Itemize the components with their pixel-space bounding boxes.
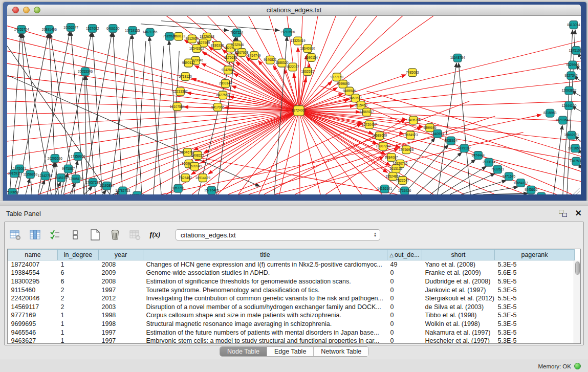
column-header-short[interactable]: short [422, 250, 495, 260]
network-view-window: citations_edges.txt 96601238912954182260… [3, 2, 586, 201]
graph-node-9175685[interactable]: 9175685 [224, 54, 237, 62]
graph-node-9245652[interactable]: 9245652 [525, 186, 538, 194]
table-selector-combobox[interactable]: citations_edges.txt ▲▼ [176, 229, 380, 240]
window-titlebar[interactable]: citations_edges.txt [7, 5, 581, 16]
graph-node-20053346[interactable]: 20053346 [78, 68, 93, 76]
citation-edge-red [298, 48, 299, 111]
graph-node-7632621[interactable]: 7632621 [491, 165, 505, 173]
graph-node-1187533[interactable]: 1187533 [570, 157, 581, 165]
table-settings-icon[interactable] [9, 228, 22, 242]
graph-node-12213392[interactable]: 12213392 [173, 87, 188, 96]
tab-node-table[interactable]: Node Table [220, 347, 267, 356]
graph-node-7485083[interactable]: 7485083 [406, 69, 419, 77]
graph-node-12093832[interactable]: 12093832 [561, 86, 576, 95]
graph-node-1733426[interactable]: 1733426 [398, 187, 411, 194]
table-row[interactable]: 1456911722003Disruption of a novel membe… [8, 302, 575, 311]
graph-node-11156863[interactable]: 11156863 [23, 170, 37, 179]
graph-node-9975887[interactable]: 9975887 [62, 165, 75, 173]
graph-node-12444150[interactable]: 12444150 [561, 102, 576, 110]
delete-table-icon[interactable] [128, 228, 142, 242]
table-row[interactable]: 1872400712008Changes of HCN gene express… [8, 260, 575, 269]
graph-node-16914479[interactable]: 16914479 [195, 174, 210, 182]
panel-splitter[interactable]: ▾ [0, 201, 588, 206]
graph-node-7615526[interactable]: 7615526 [163, 32, 176, 40]
table-row[interactable]: 2242004622012Investigating the contribut… [8, 294, 575, 303]
column-header-name[interactable]: name [8, 250, 58, 260]
svg-text:7522547: 7522547 [396, 179, 409, 182]
tab-network-table[interactable]: Network Table [314, 347, 368, 356]
table-row[interactable]: 1938455462009Genome-wide association stu… [8, 269, 575, 277]
graph-node-16648784[interactable]: 16648784 [450, 54, 465, 62]
network-canvas-svg[interactable]: 9660123891295418226058982750916543362818… [7, 16, 581, 194]
graph-node-7625402[interactable]: 7625402 [179, 174, 192, 182]
minimize-window-icon[interactable] [23, 7, 30, 13]
table-row[interactable]: 969969511998Structural magnetic resonanc… [8, 320, 575, 329]
graph-node-8413054[interactable]: 8413054 [567, 21, 580, 29]
graph-node-9329966[interactable]: 9329966 [566, 61, 579, 69]
delete-column-icon[interactable] [108, 228, 122, 242]
float-panel-icon[interactable] [559, 210, 567, 217]
graph-node-18724007[interactable]: 18724007 [292, 105, 307, 116]
select-rows-check-icon[interactable] [49, 228, 62, 242]
graph-node-15751074[interactable]: 15751074 [569, 47, 581, 55]
table-row[interactable]: 1830029562008Estimation of significance … [8, 277, 575, 286]
graph-node-12505135[interactable]: 12505135 [69, 175, 83, 183]
close-panel-icon[interactable]: ✕ [575, 210, 582, 217]
function-builder-icon[interactable]: f(x) [148, 228, 162, 242]
column-visibility-icon[interactable] [29, 228, 42, 242]
graph-node-18495756[interactable]: 18495756 [406, 116, 421, 124]
column-header-pagerank[interactable]: pagerank [495, 250, 575, 260]
zoom-window-icon[interactable] [34, 7, 40, 13]
close-window-icon[interactable] [12, 7, 19, 13]
graph-node-2718120[interactable]: 2718120 [179, 73, 192, 81]
graph-node-18640910[interactable]: 18640910 [300, 45, 315, 53]
graph-node-19756928[interactable]: 19756928 [399, 146, 413, 154]
graph-node-14055724[interactable]: 14055724 [14, 26, 29, 34]
graph-node-8938924[interactable]: 8938924 [444, 137, 458, 145]
graph-node-1690154[interactable]: 1690154 [304, 54, 318, 62]
graph-node-9146821[interactable]: 9146821 [264, 56, 277, 64]
graph-node-1527602[interactable]: 1527602 [86, 25, 99, 33]
graph-node-19654923[interactable]: 19654923 [403, 131, 418, 139]
tab-edge-table[interactable]: Edge Table [267, 347, 314, 356]
graph-node-17016504[interactable]: 17016504 [568, 144, 581, 152]
table-row[interactable]: 977716911998Corpus callosum shape and si… [8, 311, 575, 320]
graph-node-19218586[interactable]: 19218586 [280, 29, 295, 37]
graph-node-10719155[interactable]: 10719155 [125, 27, 140, 35]
network-canvas[interactable]: 9660123891295418226058982750916543362818… [7, 16, 581, 194]
graph-node-12923448[interactable]: 12923448 [129, 191, 144, 194]
column-header-title[interactable]: title [143, 250, 387, 260]
graph-node-8186328[interactable]: 8186328 [211, 41, 224, 50]
column-header-in_degree[interactable]: in_degree [58, 250, 99, 260]
graph-node-8215953[interactable]: 8215953 [543, 109, 557, 117]
graph-node-13325419[interactable]: 13325419 [291, 37, 306, 45]
table-scrollbar-thumb[interactable] [575, 261, 580, 275]
table-row[interactable]: 911546021997Tourette syndrome. Phenomeno… [8, 286, 575, 294]
graph-node-9857791[interactable]: 9857791 [172, 184, 185, 192]
graph-node-1862615[interactable]: 1862615 [301, 68, 314, 76]
table-scrollbar[interactable] [574, 260, 580, 343]
graph-node-7957224[interactable]: 7957224 [230, 29, 244, 37]
graph-node-6466160[interactable]: 6466160 [106, 25, 120, 33]
graph-node-17359924[interactable]: 17359924 [71, 152, 85, 161]
graph-node-2520650[interactable]: 2520650 [7, 188, 19, 194]
graph-node-9227343[interactable]: 9227343 [564, 72, 578, 80]
graph-node-20891406[interactable]: 20891406 [42, 26, 57, 34]
graph-node-10653247[interactable]: 10653247 [63, 24, 78, 32]
svg-text:19524861: 19524861 [385, 174, 400, 178]
graph-node-8471676[interactable]: 8471676 [503, 172, 516, 181]
column-header-year[interactable]: year [99, 250, 143, 260]
column-header-out_de[interactable]: △out_de... [387, 250, 422, 260]
new-table-icon[interactable] [89, 228, 102, 242]
graph-node-16210643[interactable]: 16210643 [555, 116, 570, 124]
row-height-icon[interactable] [69, 228, 82, 242]
graph-node-17957223[interactable]: 17957223 [85, 179, 100, 187]
graph-node-14671355[interactable]: 14671355 [143, 29, 158, 37]
window-resize-handle[interactable] [573, 188, 580, 194]
graph-node-16107554[interactable]: 16107554 [170, 103, 185, 111]
graph-node-10654112[interactable]: 10654112 [513, 179, 528, 187]
table-row[interactable]: 946362711997Embryonic stem cells: a mode… [8, 337, 575, 344]
table-row[interactable]: 946554611997Estimation of the future num… [8, 328, 575, 337]
graph-node-20206536[interactable]: 20206536 [48, 155, 62, 163]
graph-node-16358792[interactable]: 16358792 [534, 192, 549, 194]
